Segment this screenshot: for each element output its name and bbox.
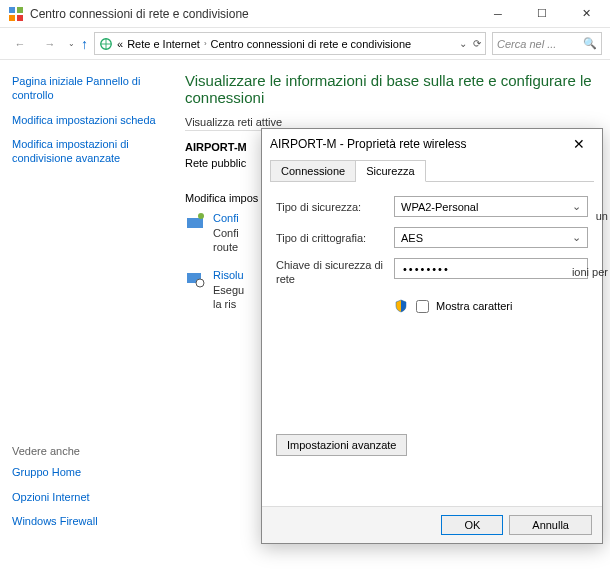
show-characters-label: Mostra caratteri <box>436 300 512 312</box>
troubleshoot-icon <box>185 269 205 289</box>
security-type-select[interactable]: WPA2-Personal <box>394 196 588 217</box>
encryption-type-select[interactable]: AES <box>394 227 588 248</box>
search-icon: 🔍 <box>583 37 597 50</box>
see-also-internet-options[interactable]: Opzioni Internet <box>12 490 163 504</box>
window-title: Centro connessioni di rete e condivision… <box>30 7 476 21</box>
breadcrumb-prefix: « <box>117 38 123 50</box>
see-also-heading: Vedere anche <box>12 445 163 457</box>
window-titlebar: Centro connessioni di rete e condivision… <box>0 0 610 28</box>
svg-rect-1 <box>17 7 23 13</box>
control-panel-icon <box>8 6 24 22</box>
network-key-field[interactable] <box>401 262 581 276</box>
dialog-body: Tipo di sicurezza: WPA2-Personal Tipo di… <box>262 182 602 506</box>
history-dropdown[interactable]: ⌄ <box>68 39 75 48</box>
navigation-bar: ← → ⌄ ↑ « Rete e Internet › Centro conne… <box>0 28 610 60</box>
svg-rect-3 <box>17 15 23 21</box>
svg-rect-2 <box>9 15 15 21</box>
network-name: AIRPORT-M <box>185 141 247 153</box>
svg-rect-0 <box>9 7 15 13</box>
tab-security[interactable]: Sicurezza <box>356 160 425 182</box>
ok-button[interactable]: OK <box>441 515 503 535</box>
sidebar-link-sharing[interactable]: Modifica impostazioni di condivisione av… <box>12 137 163 166</box>
dialog-titlebar: AIRPORT-M - Proprietà rete wireless ✕ <box>262 129 602 159</box>
security-type-label: Tipo di sicurezza: <box>276 201 394 213</box>
refresh-button[interactable]: ⟳ <box>473 38 481 49</box>
dialog-tabs: Connessione Sicurezza <box>262 159 602 181</box>
dialog-close-button[interactable]: ✕ <box>564 136 594 152</box>
show-characters-checkbox[interactable] <box>416 300 429 313</box>
page-heading: Visualizzare le informazioni di base sul… <box>185 72 600 106</box>
network-type: Rete pubblic <box>185 157 246 172</box>
see-also-firewall[interactable]: Windows Firewall <box>12 514 163 528</box>
truncated-text-2: ioni per <box>572 266 608 278</box>
up-button[interactable]: ↑ <box>81 36 88 52</box>
sidebar: Pagina iniziale Pannello di controllo Mo… <box>0 60 175 552</box>
sidebar-home-link[interactable]: Pagina iniziale Pannello di controllo <box>12 74 163 103</box>
dialog-footer: OK Annulla <box>262 506 602 543</box>
tab-connection[interactable]: Connessione <box>270 160 356 182</box>
search-placeholder: Cerca nel ... <box>497 38 556 50</box>
truncated-text-1: un <box>596 210 608 222</box>
see-also-homegroup[interactable]: Gruppo Home <box>12 465 163 479</box>
network-key-input[interactable] <box>394 258 588 279</box>
close-button[interactable]: ✕ <box>564 0 608 28</box>
active-networks-label: Visualizza reti attive <box>185 116 600 128</box>
sidebar-link-adapter[interactable]: Modifica impostazioni scheda <box>12 113 163 127</box>
network-icon <box>99 37 113 51</box>
back-button[interactable]: ← <box>8 32 32 56</box>
svg-point-8 <box>196 279 204 287</box>
troubleshoot-title: Risolu <box>213 269 244 281</box>
forward-button[interactable]: → <box>38 32 62 56</box>
setup-connection-icon <box>185 212 205 232</box>
search-input[interactable]: Cerca nel ... 🔍 <box>492 32 602 55</box>
wireless-properties-dialog: AIRPORT-M - Proprietà rete wireless ✕ Co… <box>261 128 603 544</box>
svg-rect-5 <box>187 218 203 228</box>
svg-point-6 <box>198 213 204 219</box>
advanced-settings-button[interactable]: Impostazioni avanzate <box>276 434 407 456</box>
maximize-button[interactable]: ☐ <box>520 0 564 28</box>
address-bar[interactable]: « Rete e Internet › Centro connessioni d… <box>94 32 486 55</box>
cancel-button[interactable]: Annulla <box>509 515 592 535</box>
breadcrumb-separator: › <box>204 39 207 48</box>
minimize-button[interactable]: ─ <box>476 0 520 28</box>
uac-shield-icon <box>394 299 408 313</box>
breadcrumb-level1[interactable]: Rete e Internet <box>127 38 200 50</box>
dialog-title: AIRPORT-M - Proprietà rete wireless <box>270 137 564 151</box>
network-key-label: Chiave di sicurezza di rete <box>276 258 394 287</box>
encryption-type-label: Tipo di crittografia: <box>276 232 394 244</box>
breadcrumb-level2[interactable]: Centro connessioni di rete e condivision… <box>211 38 412 50</box>
setup-connection-title: Confi <box>213 212 239 224</box>
address-dropdown[interactable]: ⌄ <box>459 38 467 49</box>
